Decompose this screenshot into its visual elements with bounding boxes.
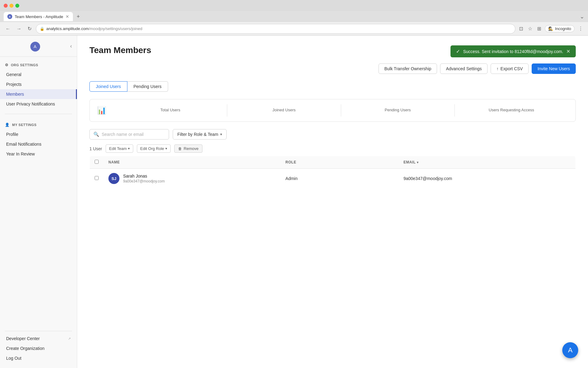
sidebar-item-general[interactable]: General [0,70,77,79]
browser-tab-active[interactable]: A Team Members - Amplitude ✕ [4,12,73,21]
sidebar-item-projects[interactable]: Projects [0,79,77,89]
user-role: Admin [285,176,298,181]
sidebar-item-profile[interactable]: Profile [0,129,77,139]
export-csv-label: Export CSV [500,66,523,71]
edit-org-role-button[interactable]: Edit Org Role ▾ [137,144,171,153]
incognito-button[interactable]: 🕵 Incognito [545,25,575,32]
org-settings-section: ⚙ ORG SETTINGS General Projects Members … [0,57,77,111]
org-settings-label: ORG SETTINGS [11,63,38,67]
user-name: Sarah Jonas [123,174,165,178]
stat-pending-users: Pending Users [341,108,454,113]
stat-requesting-access: Users Requesting Access [455,108,568,113]
user-cell: SJ Sarah Jonas 9a00e347@moodjoy.com [108,173,276,184]
th-role: ROLE [281,156,398,169]
person-icon: 👤 [5,123,10,127]
sidebar-item-email-notifications[interactable]: Email Notifications [0,139,77,149]
sidebar-item-developer-center[interactable]: Developer Center ↗ [0,334,77,343]
incognito-label: Incognito [555,26,571,31]
stats-bar: 📊 Total Users Joined Users Pending Users [89,99,576,122]
tab-close-btn[interactable]: ✕ [66,14,69,19]
my-settings-label: MY SETTINGS [12,123,37,127]
sidebar: A ‹ ⚙ ORG SETTINGS General Projects Memb… [0,36,77,368]
lock-icon: 🔒 [40,27,44,31]
app-layout: A ‹ ⚙ ORG SETTINGS General Projects Memb… [0,36,588,368]
maximize-window-btn[interactable] [15,4,19,8]
user-email-sub: 9a00e347@moodjoy.com [123,179,165,183]
th-name: NAME [104,156,281,169]
action-buttons: Bulk Transfer Ownership Advanced Setting… [379,63,576,74]
sidebar-collapse-btn[interactable]: ‹ [69,42,73,51]
table-header-row: NAME ROLE EMAIL ▾ [90,156,576,169]
sidebar-bottom: Developer Center ↗ Create Organization L… [0,328,77,368]
edit-team-label: Edit Team [109,146,127,151]
sidebar-item-members[interactable]: Members [0,89,77,99]
stat-total-users: Total Users [114,108,227,113]
back-button[interactable]: ← [4,25,12,33]
table-body: SJ Sarah Jonas 9a00e347@moodjoy.com Admi… [90,169,576,189]
th-name-label: NAME [108,160,120,164]
toolbar-icons: ⊡ ☆ ⊞ 🕵 Incognito ⋮ [518,25,584,33]
sidebar-item-label: Projects [6,82,22,87]
new-tab-button[interactable]: + [74,13,82,20]
tab-search-btn[interactable]: ⌄ [580,13,584,20]
row-checkbox-cell [90,169,104,189]
edit-team-button[interactable]: Edit Team ▾ [106,144,133,153]
search-input[interactable] [102,132,163,137]
user-info: Sarah Jonas 9a00e347@moodjoy.com [123,174,165,183]
remove-button[interactable]: 🗑 Remove [174,144,202,153]
sidebar-item-user-privacy[interactable]: User Privacy Notifications [0,99,77,109]
sidebar-item-log-out[interactable]: Log Out [0,353,77,363]
success-close-btn[interactable]: ✕ [566,48,570,54]
row-checkbox[interactable] [95,176,99,180]
cast-icon[interactable]: ⊡ [518,25,524,33]
sidebar-item-year-in-review[interactable]: Year In Review [0,149,77,159]
address-bar[interactable]: 🔒 analytics.amplitude.com/moodjoy/settin… [36,24,515,34]
sort-desc-icon: ▾ [417,161,419,164]
browser-titlebar [0,0,588,11]
th-email[interactable]: EMAIL ▾ [398,156,575,169]
close-window-btn[interactable] [4,4,8,8]
main-content: Team Members ✓ Success. Sent invitation … [77,36,588,368]
select-all-checkbox[interactable] [95,160,99,164]
my-settings-section: 👤 MY SETTINGS Profile Email Notification… [0,117,77,161]
fab-button[interactable]: A [562,342,578,358]
sidebar-item-label: General [6,72,21,77]
main-inner: Team Members ✓ Success. Sent invitation … [77,36,588,198]
chart-icon: 📊 [97,106,106,115]
sidebar-item-create-org[interactable]: Create Organization [0,343,77,353]
remove-icon: 🗑 [178,147,182,151]
advanced-settings-button[interactable]: Advanced Settings [440,63,488,74]
tabs: Joined Users Pending Users [89,81,576,92]
minimize-window-btn[interactable] [9,4,13,8]
forward-button[interactable]: → [15,25,23,33]
export-csv-button[interactable]: ↑ Export CSV [491,63,529,74]
tab-pending-users[interactable]: Pending Users [127,81,168,92]
bulk-transfer-button[interactable]: Bulk Transfer Ownership [379,63,437,74]
bookmark-icon[interactable]: ☆ [527,25,533,33]
fab-icon: A [568,346,573,354]
extension-icon[interactable]: ⊞ [536,25,542,33]
stat-joined-label: Joined Users [227,108,341,112]
sidebar-item-label: Create Organization [6,346,44,351]
avatar: SJ [108,173,119,184]
page-header: Team Members ✓ Success. Sent invitation … [89,45,576,74]
row-role-cell: Admin [281,169,398,189]
stat-total-label: Total Users [114,108,227,112]
search-box[interactable]: 🔍 [89,129,169,140]
user-avatar-icon[interactable]: A [30,42,40,52]
table-row: SJ Sarah Jonas 9a00e347@moodjoy.com Admi… [90,169,576,189]
success-message: Success. Sent invitation to 81240f8d@moo… [463,49,563,54]
invite-users-button[interactable]: Invite New Users [532,63,576,74]
stat-pending-label: Pending Users [341,108,454,112]
members-table: NAME ROLE EMAIL ▾ [89,156,576,189]
email-sort[interactable]: EMAIL ▾ [403,160,571,164]
reload-button[interactable]: ↻ [26,25,33,33]
filter-by-role-team-button[interactable]: Filter by Role & Team ▾ [173,129,227,140]
more-menu-icon[interactable]: ⋮ [577,25,584,33]
success-banner: ✓ Success. Sent invitation to 81240f8d@m… [450,45,576,57]
tab-joined-users[interactable]: Joined Users [89,81,127,92]
row-email-cell: 9a00e347@moodjoy.com [398,169,575,189]
edit-org-role-chevron-icon: ▾ [165,147,167,151]
url-display: analytics.amplitude.com/moodjoy/settings… [46,26,511,31]
table-header: NAME ROLE EMAIL ▾ [90,156,576,169]
